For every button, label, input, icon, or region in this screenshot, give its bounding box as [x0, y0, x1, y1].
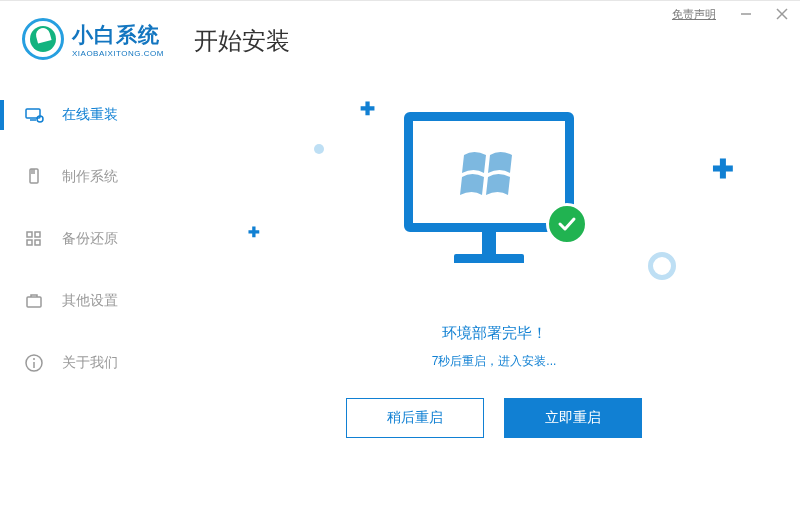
illustration: ✚ ✚ ✚: [188, 84, 800, 304]
nav-label: 备份还原: [62, 230, 118, 248]
body: 在线重装制作系统备份还原其他设置关于我们 ✚ ✚ ✚: [0, 84, 800, 438]
success-check-icon: [546, 203, 588, 245]
nav-about-us[interactable]: 关于我们: [0, 332, 188, 394]
status-countdown: 7秒后重启，进入安装...: [188, 353, 800, 370]
logo-title: 小白系统: [72, 21, 164, 49]
nav-make-system[interactable]: 制作系统: [0, 146, 188, 208]
svg-rect-13: [27, 297, 41, 307]
content: ✚ ✚ ✚: [188, 84, 800, 438]
nav-label: 制作系统: [62, 168, 118, 186]
windows-logo-icon: [458, 145, 520, 199]
nav-online-reinstall[interactable]: 在线重装: [0, 84, 188, 146]
status-main: 环境部署完毕！: [188, 324, 800, 343]
svg-rect-11: [27, 240, 32, 245]
briefcase-icon: [24, 291, 44, 311]
nav-label: 其他设置: [62, 292, 118, 310]
nav-label: 关于我们: [62, 354, 118, 372]
svg-rect-12: [35, 240, 40, 245]
close-button[interactable]: [764, 0, 800, 28]
status-text: 环境部署完毕！ 7秒后重启，进入安装...: [188, 324, 800, 370]
restart-later-button[interactable]: 稍后重启: [346, 398, 484, 438]
grid-icon: [24, 229, 44, 249]
button-row: 稍后重启 立即重启: [188, 398, 800, 438]
restart-now-button[interactable]: 立即重启: [504, 398, 642, 438]
app-window: 免责声明 小白系统 XIAOBAIXITONG.COM 开始安装 在线重装制作系…: [0, 0, 800, 508]
logo-icon: [22, 18, 64, 60]
decorative-ring-icon: [648, 252, 676, 280]
info-icon: [24, 353, 44, 373]
decorative-plus-icon: ✚: [712, 154, 734, 185]
svg-rect-10: [35, 232, 40, 237]
reinstall-icon: [24, 105, 44, 125]
svg-rect-9: [27, 232, 32, 237]
monitor-graphic: [404, 112, 574, 263]
nav-label: 在线重装: [62, 106, 118, 124]
logo: 小白系统 XIAOBAIXITONG.COM: [22, 18, 164, 60]
nav-other-settings[interactable]: 其他设置: [0, 270, 188, 332]
decorative-plus-icon: ✚: [248, 224, 260, 240]
logo-url: XIAOBAIXITONG.COM: [72, 49, 164, 58]
decorative-plus-icon: ✚: [360, 98, 375, 120]
titlebar: 免责声明: [672, 0, 800, 28]
sidebar: 在线重装制作系统备份还原其他设置关于我们: [0, 84, 188, 438]
minimize-button[interactable]: [728, 0, 764, 28]
page-title: 开始安装: [194, 25, 290, 57]
nav-backup-restore[interactable]: 备份还原: [0, 208, 188, 270]
decorative-dot-icon: [314, 144, 324, 154]
disclaimer-link[interactable]: 免责声明: [672, 7, 716, 22]
usb-icon: [24, 167, 44, 187]
